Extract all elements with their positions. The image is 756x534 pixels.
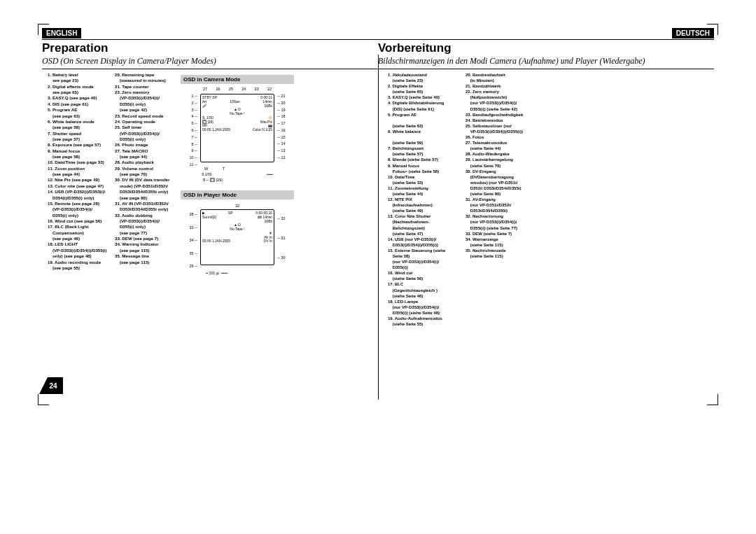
list-item: (VP-D353(i)/D354(i)/ [48,206,111,212]
list-item: 8. Exposure (see page 57) [48,142,111,148]
list-item: 25. Self timer [115,125,178,130]
list-item: (see page 59) [48,125,111,130]
osd-callout-num: 7 ─ [181,135,197,139]
osd-zoom-t: T [223,167,225,171]
list-item: 9. Manual focus Fokus> (siehe Seite 58)1… [388,163,461,328]
list-item: 24. Operating mode [115,119,178,125]
osd-callout-num: ─ 16 [277,128,294,132]
list-item: D353i/D354i/D355i only) [115,206,178,212]
list-item: (nur VP-D353(i)/D354(i)/ [388,304,461,310]
list-item: (siehe Seite 57) [388,151,461,157]
cam-left-nums: 1 ─2 ─3 ─4 ─5 ─6 ─7 ─8 ─9 ─10 ─11 ─ [181,94,197,167]
list-item: 18. LED LIGHT [48,241,111,247]
osd-callout-num: ─ 30 [277,255,294,260]
osd-callout-num: ─ 32 [277,216,294,220]
page-number-badge: 24 [39,377,63,394]
list-item: 20. Remaining tape [115,72,178,78]
osd-callout-num: 34 ─ [181,238,197,242]
list-item: (see page 77) [115,230,178,236]
osd-callout-num: 33 ─ [181,225,197,230]
list-item: 11. Zoom position [48,166,111,171]
osd-callout-num: 9 ─ [181,148,197,153]
osd-cam-box: STBY SP 0:00:11 Art 10Sec 14min 🎤 16Bit [200,94,274,162]
osd-callout-num: 25 [229,87,233,91]
list-item: 19. Audio recording mode [48,260,111,265]
list-item: D353i/D354i/D355i) [465,208,539,213]
play-top-num: 32 [235,204,239,208]
osd-bit: 16Bit [265,104,272,108]
list-item: 15. Externe Steuerung (siehe [388,248,461,253]
osd-callout-num: ─ 31 [277,236,294,240]
list-item: (siehe Seite 70) [465,163,539,169]
list-item: 3. EASY.Q (siehe Seite 40) [388,94,461,100]
list-item: 33. DEW (see page 7) [115,236,178,241]
list-item: (siehe Seite 46) [388,293,461,299]
list-item: 10. Date/Time (see page 33) [48,160,111,165]
osd-callout-num: 6 ─ [181,128,197,132]
list-item: 22. Zero memory [115,90,178,95]
list-item: 20. Bandrestlaufzeit [465,72,539,78]
osd-callout-num: 11 ─ [181,162,197,167]
list-item: D355(i)) (siehe Seite 42) [465,106,539,112]
list-item: 31. AV-Eingang [465,197,539,202]
osd-callout-num: ─ 15 [277,135,294,139]
list-item: 28. Audio playback [115,160,178,165]
list-item: see page 23) [48,78,111,83]
list-item: 12. NITE PIX [388,197,461,202]
list-item: (siehe Seite 44) [388,191,461,197]
list-item: 29. Volume control [115,166,178,171]
osd-callout-num: 26 [216,87,220,91]
osd-mic-icon: 🎤 [202,104,206,108]
list-item: 16. Wind cut (see page 56) [48,218,111,224]
list-item: 34. Warning Indicator [115,241,178,247]
list-item: 32. Audio dubbing [115,213,178,218]
list-item: 18. LED-Lampe [388,299,461,304]
list-item: 23. Bandlaufgeschwindigkeit [465,112,539,118]
osd-cam-head: OSD in Camera Mode [181,75,294,84]
list-item: (siehe Seite 47) [388,231,461,237]
list-item: 13. Color nite (see page 47) [48,183,111,189]
list-item: (see page 115) [115,260,178,265]
list-item: (siehe Seite 44) [465,146,539,151]
list-item: 31. AV IN (VP-D351i/D352i/ [115,201,178,206]
list-item: 2. Digitale Effekte [388,83,461,89]
de-list: 1. Akkuladezustand (siehe Seite 23)2. Di… [378,72,539,401]
list-item: 3. EASY.Q (see page 40) [48,95,111,101]
lang-de: DEUTSCH [672,28,714,38]
list-item: (see page 70) [115,171,178,177]
osd-callout-num: 28 ─ [181,212,197,216]
list-item: Fokus> (siehe Seite 58) [388,169,461,174]
list-item: (measured in minutes) [115,78,178,83]
list-item: 21. Tape counter [115,84,178,90]
osd-callout-num: 23 [255,87,259,91]
osd-play-box: ▶ SP 0:00:00:10 Sound[2] 📼 14min 16Bit ▲… [200,209,274,265]
list-item: (nur VP-D351i/D352i/ [465,202,539,208]
list-item: 1. Battery level [48,72,111,78]
osd-callout-num: 10 ─ [181,155,197,160]
list-item: D355(i)) (siehe Seite 77) [465,225,539,231]
list-item: 13. Color Nite Shutter [388,213,461,219]
list-item: 5. Program AE [388,112,461,118]
list-item: 21. Bandzählwerk [465,83,539,89]
vertical-divider [378,55,379,400]
osd-color: Color N.1/25 [253,128,272,132]
list-item: only) (see page 48) [48,253,111,259]
en-list-col2: 20. Remaining tape (measured in minutes)… [115,72,178,401]
list-item: 30. DV IN (DV data transfer [115,177,178,183]
cam-right-nums: ─ 21─ 20─ 19─ 18─ 17─ 16─ 15─ 14─ 13─ 12 [277,94,294,160]
list-item: 17. BLC (Back Light [48,224,111,230]
list-item: (see page 63) [48,113,111,119]
osd-callout-num: ─ 20 [277,101,294,105]
list-item: 2. Digital effects mode [48,84,111,90]
cam-top-nums: 272625242322 [203,87,272,91]
osd-callout-num: 3 ─ [181,108,197,112]
title-en: Preparation [42,39,378,55]
list-item: Seite 28) [388,253,461,259]
list-item: D355(i) only) [115,136,178,142]
list-item: (nur VP-D353(i)/D354(i)/ [465,100,539,106]
osd-date: 00:00 1.JAN.2005 [202,128,230,132]
list-item: 14. USB (nur VP-D352(i)/ [388,237,461,242]
list-item: 24. Betriebsmodus [465,118,539,123]
list-item: 4. DIS (see page 61) [48,101,111,107]
list-item: mode) (VP-D351i/D352i/ [115,183,178,189]
